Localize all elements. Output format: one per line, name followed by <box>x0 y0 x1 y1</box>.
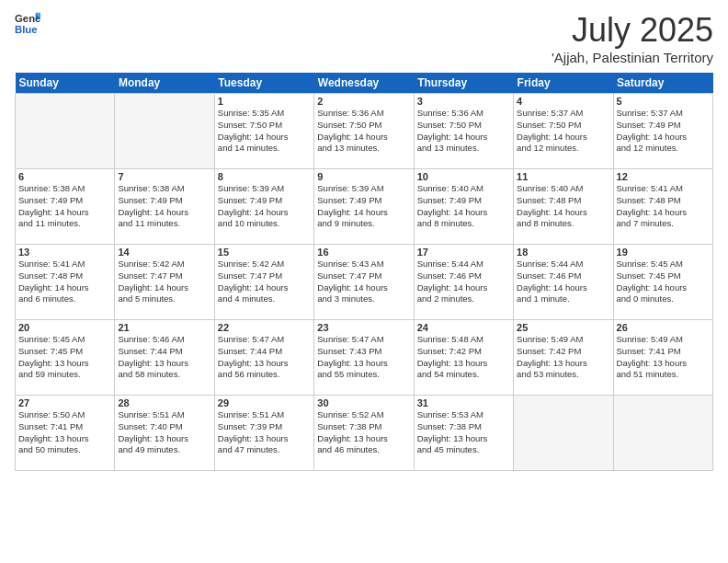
cell-w0-d6: 5Sunrise: 5:37 AMSunset: 7:49 PMDaylight… <box>613 94 712 169</box>
title-block: July 2025 'Ajjah, Palestinian Territory <box>552 11 713 65</box>
day-number: 28 <box>118 397 210 408</box>
cell-line: Sunrise: 5:45 AM <box>617 259 710 270</box>
cell-line: Sunset: 7:47 PM <box>218 270 311 282</box>
col-saturday: Saturday <box>613 73 712 94</box>
cell-line: Sunrise: 5:35 AM <box>218 108 311 120</box>
cell-line: and 7 minutes. <box>617 218 710 230</box>
cell-line: Sunrise: 5:53 AM <box>417 409 510 421</box>
cell-line: Sunrise: 5:39 AM <box>317 183 410 195</box>
cell-line: Daylight: 14 hours <box>218 207 311 219</box>
cell-line: Sunrise: 5:50 AM <box>18 409 111 421</box>
col-monday: Monday <box>115 73 214 94</box>
cell-w1-d3: 9Sunrise: 5:39 AMSunset: 7:49 PMDaylight… <box>314 169 414 245</box>
week-row-2: 13Sunrise: 5:41 AMSunset: 7:48 PMDayligh… <box>16 245 713 320</box>
col-friday: Friday <box>514 73 613 94</box>
day-number: 18 <box>517 247 609 258</box>
day-number: 16 <box>317 247 410 258</box>
cell-line: Sunset: 7:45 PM <box>18 346 111 358</box>
cell-line: Sunrise: 5:52 AM <box>317 409 410 421</box>
cell-line: Sunrise: 5:41 AM <box>617 183 710 195</box>
day-number: 2 <box>317 96 410 107</box>
cell-line: Sunset: 7:50 PM <box>218 120 311 132</box>
day-number: 3 <box>417 96 510 107</box>
cell-line: Daylight: 13 hours <box>18 358 111 370</box>
cell-line: Sunrise: 5:40 AM <box>417 183 510 195</box>
cell-w2-d2: 15Sunrise: 5:42 AMSunset: 7:47 PMDayligh… <box>214 245 313 320</box>
logo: General Blue <box>15 11 40 37</box>
cell-line: Sunrise: 5:49 AM <box>517 334 609 346</box>
cell-line: and 1 minute. <box>517 293 609 305</box>
week-row-4: 27Sunrise: 5:50 AMSunset: 7:41 PMDayligh… <box>16 396 713 471</box>
cell-line: and 0 minutes. <box>617 293 710 305</box>
cell-line: Sunrise: 5:42 AM <box>118 259 210 270</box>
cell-line: Sunset: 7:42 PM <box>517 346 609 358</box>
header: General Blue July 2025 'Ajjah, Palestini… <box>15 11 713 65</box>
cell-line: Sunrise: 5:36 AM <box>417 108 510 120</box>
cell-line: and 5 minutes. <box>118 293 210 305</box>
cell-w3-d2: 22Sunrise: 5:47 AMSunset: 7:44 PMDayligh… <box>214 320 313 396</box>
cell-line: and 50 minutes. <box>18 444 111 456</box>
day-number: 12 <box>617 171 710 182</box>
cell-line: Sunrise: 5:42 AM <box>218 259 311 270</box>
day-number: 26 <box>617 322 710 333</box>
cell-line: Sunrise: 5:43 AM <box>317 259 410 270</box>
cell-line: and 14 minutes. <box>218 143 311 155</box>
cell-line: Sunset: 7:40 PM <box>118 421 210 433</box>
cell-w0-d5: 4Sunrise: 5:37 AMSunset: 7:50 PMDaylight… <box>514 94 613 169</box>
day-number: 23 <box>317 322 410 333</box>
cell-w2-d5: 18Sunrise: 5:44 AMSunset: 7:46 PMDayligh… <box>514 245 613 320</box>
cell-line: Sunset: 7:38 PM <box>417 421 510 433</box>
cell-line: and 3 minutes. <box>317 293 410 305</box>
cell-w4-d0: 27Sunrise: 5:50 AMSunset: 7:41 PMDayligh… <box>16 396 115 471</box>
logo-icon: General Blue <box>15 11 40 37</box>
cell-line: Sunrise: 5:47 AM <box>317 334 410 346</box>
day-number: 20 <box>18 322 111 333</box>
cell-line: Sunset: 7:42 PM <box>417 346 510 358</box>
day-number: 9 <box>317 171 410 182</box>
cell-w3-d0: 20Sunrise: 5:45 AMSunset: 7:45 PMDayligh… <box>16 320 115 396</box>
cell-line: Sunrise: 5:37 AM <box>517 108 609 120</box>
cell-line: and 49 minutes. <box>118 444 210 456</box>
cell-line: and 11 minutes. <box>118 218 210 230</box>
cell-line: Sunset: 7:49 PM <box>617 120 710 132</box>
cell-line: Daylight: 14 hours <box>417 132 510 144</box>
cell-w4-d2: 29Sunrise: 5:51 AMSunset: 7:39 PMDayligh… <box>214 396 313 471</box>
cell-line: and 8 minutes. <box>517 218 609 230</box>
cell-line: Daylight: 14 hours <box>317 207 410 219</box>
cell-line: Sunset: 7:49 PM <box>218 195 311 207</box>
cell-line: Daylight: 13 hours <box>18 433 111 445</box>
day-number: 4 <box>517 96 609 107</box>
day-number: 30 <box>317 397 410 408</box>
cell-w3-d1: 21Sunrise: 5:46 AMSunset: 7:44 PMDayligh… <box>115 320 214 396</box>
day-number: 24 <box>417 322 510 333</box>
cell-line: Sunrise: 5:40 AM <box>517 183 609 195</box>
cell-line: Daylight: 13 hours <box>118 358 210 370</box>
day-number: 29 <box>218 397 311 408</box>
cell-line: Daylight: 13 hours <box>517 358 609 370</box>
cell-line: and 53 minutes. <box>517 369 609 381</box>
cell-w1-d5: 11Sunrise: 5:40 AMSunset: 7:48 PMDayligh… <box>514 169 613 245</box>
week-row-3: 20Sunrise: 5:45 AMSunset: 7:45 PMDayligh… <box>16 320 713 396</box>
cell-line: Daylight: 14 hours <box>617 282 710 294</box>
cell-line: Sunset: 7:50 PM <box>517 120 609 132</box>
cell-line: Daylight: 14 hours <box>118 207 210 219</box>
cell-line: Sunrise: 5:48 AM <box>417 334 510 346</box>
cell-w1-d2: 8Sunrise: 5:39 AMSunset: 7:49 PMDaylight… <box>214 169 313 245</box>
cell-line: Daylight: 14 hours <box>218 282 311 294</box>
cell-line: and 11 minutes. <box>18 218 111 230</box>
cell-line: Daylight: 14 hours <box>218 132 311 144</box>
cell-w2-d6: 19Sunrise: 5:45 AMSunset: 7:45 PMDayligh… <box>613 245 712 320</box>
cell-line: and 56 minutes. <box>218 369 311 381</box>
cell-line: Sunrise: 5:37 AM <box>617 108 710 120</box>
cell-line: Daylight: 13 hours <box>417 358 510 370</box>
cell-w2-d1: 14Sunrise: 5:42 AMSunset: 7:47 PMDayligh… <box>115 245 214 320</box>
location-title: 'Ajjah, Palestinian Territory <box>552 50 713 65</box>
cell-line: Sunrise: 5:44 AM <box>517 259 609 270</box>
cell-line: Sunset: 7:49 PM <box>118 195 210 207</box>
cell-line: Sunrise: 5:44 AM <box>417 259 510 270</box>
cell-line: Sunset: 7:39 PM <box>218 421 311 433</box>
cell-w4-d6 <box>613 396 712 471</box>
cell-line: Daylight: 14 hours <box>118 282 210 294</box>
cell-line: Sunset: 7:49 PM <box>18 195 111 207</box>
cell-line: Sunset: 7:48 PM <box>18 270 111 282</box>
